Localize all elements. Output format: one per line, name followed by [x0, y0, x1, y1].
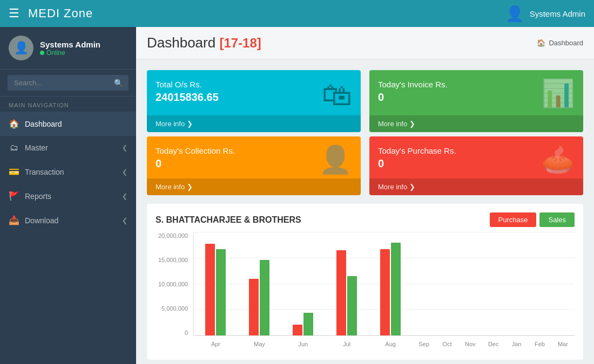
month-bar-group: May	[249, 260, 269, 335]
nav-section-label: MAIN NAVIGATION	[0, 97, 136, 112]
sidebar-item-label: Master	[25, 143, 48, 152]
dashboard-icon: 🏠	[9, 119, 19, 129]
sales-bar	[391, 243, 401, 335]
top-navbar: ☰ MEDI Zone 👤 Systems Admin	[0, 0, 594, 27]
sidebar-item-master[interactable]: 🗂 Master ❮	[0, 136, 136, 160]
widget-icon: 🛍	[322, 80, 352, 110]
year-badge: [17-18]	[219, 36, 261, 50]
page-header: Dashboard [17-18] 🏠 Dashboard	[136, 27, 594, 59]
chart-buttons: Purchase Sales	[490, 212, 575, 227]
purchase-bar	[336, 250, 346, 335]
sidebar-username: Systems Admin	[40, 40, 100, 49]
bar-pair	[293, 313, 313, 335]
sales-bar	[260, 260, 269, 335]
sidebar-item-label: Reports	[25, 192, 51, 201]
sidebar-item-transaction[interactable]: 💳 Transaction ❮	[0, 160, 136, 184]
widget-label: Today's Collection Rs.	[156, 146, 235, 155]
month-bar-group: Jul	[336, 250, 357, 335]
month-label: May	[254, 341, 265, 347]
y-axis-label: 10,000,000	[158, 281, 188, 287]
breadcrumb: 🏠 Dashboard	[537, 39, 583, 47]
chart-header: S. BHATTACHARJEE & BROTHERS Purchase Sal…	[156, 212, 575, 227]
y-axis-label: 0	[185, 329, 188, 336]
reports-icon: 🚩	[9, 191, 19, 201]
month-label: Jul	[343, 341, 350, 347]
month-label: Aug	[385, 341, 396, 347]
month-label: Jun	[298, 341, 308, 347]
bar-pair	[380, 243, 401, 335]
widget-footer-purchase[interactable]: More info ❯	[369, 178, 583, 195]
search-icon[interactable]: 🔍	[114, 79, 123, 87]
purchase-bar	[205, 244, 215, 335]
sidebar-item-label: Transaction	[25, 168, 64, 176]
user-status: Online	[40, 49, 100, 57]
month-bar-group: Aug	[380, 243, 401, 335]
widget-label: Total O/s Rs.	[156, 80, 219, 89]
breadcrumb-label: Dashboard	[549, 39, 583, 47]
widget-icon: 👤	[319, 146, 352, 173]
sales-button[interactable]: Sales	[539, 212, 575, 227]
chevron-icon: ❮	[122, 144, 127, 152]
hamburger-icon[interactable]: ☰	[9, 6, 19, 20]
sales-bar	[216, 249, 226, 335]
widget-value: 0	[156, 157, 235, 170]
widget-total-os: Total O/s Rs. 24015836.65 🛍 More info ❯	[147, 70, 361, 132]
bar-pair	[249, 260, 269, 335]
widget-footer-invoice[interactable]: More info ❯	[369, 115, 583, 132]
month-label: Apr	[211, 341, 220, 347]
sidebar-item-label: Dashboard	[25, 120, 62, 128]
brand-light: Zone	[60, 6, 93, 20]
sidebar-item-dashboard[interactable]: 🏠 Dashboard	[0, 112, 136, 136]
month-label: Feb	[535, 341, 545, 347]
chevron-icon: ❮	[122, 168, 127, 176]
chart-area: AprMayJunJulAugSepOctNovDecJanFebMar	[193, 232, 575, 336]
month-label: Nov	[465, 341, 476, 347]
widget-collection: Today's Collection Rs. 0 👤 More info ❯	[147, 136, 361, 195]
main-content: Dashboard [17-18] 🏠 Dashboard Total O/s …	[136, 27, 594, 364]
user-panel: 👤 Systems Admin Online	[0, 27, 136, 70]
master-icon: 🗂	[9, 143, 19, 153]
bar-chart: 20,000,00015,000,00010,000,0005,000,0000…	[156, 232, 575, 351]
widgets-row: Total O/s Rs. 24015836.65 🛍 More info ❯ …	[136, 59, 594, 132]
purchase-bar	[380, 249, 390, 335]
app-body: 👤 Systems Admin Online 🔍 MAIN NAVIGATION…	[0, 27, 594, 364]
avatar: 👤	[9, 36, 33, 60]
month-bar-group: Apr	[205, 244, 226, 335]
breadcrumb-icon: 🏠	[537, 39, 545, 47]
admin-name: Systems Admin	[530, 9, 585, 18]
widget-value: 24015836.65	[156, 91, 219, 104]
widget-value: 0	[378, 91, 448, 104]
widget-footer-collection[interactable]: More info ❯	[147, 178, 361, 195]
month-label: Dec	[488, 341, 499, 347]
sidebar-item-reports[interactable]: 🚩 Reports ❮	[0, 184, 136, 208]
month-label: Mar	[558, 341, 568, 347]
widget-footer-os[interactable]: More info ❯	[147, 115, 361, 132]
month-label: Sep	[418, 341, 429, 347]
nav-right: 👤 Systems Admin	[505, 5, 585, 23]
sidebar: 👤 Systems Admin Online 🔍 MAIN NAVIGATION…	[0, 27, 136, 364]
status-dot	[40, 51, 44, 55]
widgets-row-2: Today's Collection Rs. 0 👤 More info ❯ T…	[136, 132, 594, 195]
sales-bar	[347, 276, 357, 335]
chart-section: S. BHATTACHARJEE & BROTHERS Purchase Sal…	[147, 204, 583, 360]
purchase-bar	[249, 279, 259, 335]
chevron-icon: ❮	[122, 193, 127, 200]
bar-pair	[205, 244, 226, 335]
user-info: Systems Admin Online	[40, 40, 100, 57]
search-input[interactable]	[8, 75, 129, 91]
sidebar-item-download[interactable]: 📥 Download ❮	[0, 208, 136, 232]
transaction-icon: 💳	[9, 167, 19, 177]
widget-icon: 🥧	[541, 146, 575, 173]
widget-icon: 📊	[541, 80, 575, 107]
widget-purchase: Today's Purchase Rs. 0 🥧 More info ❯	[369, 136, 583, 195]
y-axis-label: 20,000,000	[158, 232, 188, 239]
month-label: Oct	[442, 341, 451, 347]
purchase-button[interactable]: Purchase	[490, 212, 537, 227]
brand-logo: MEDI Zone	[28, 6, 93, 20]
purchase-bar	[293, 325, 302, 335]
page-title: Dashboard [17-18]	[147, 35, 261, 51]
bar-pair	[336, 250, 357, 335]
download-icon: 📥	[9, 215, 19, 225]
brand-bold: MEDI	[28, 6, 60, 20]
sales-bar	[303, 313, 313, 335]
